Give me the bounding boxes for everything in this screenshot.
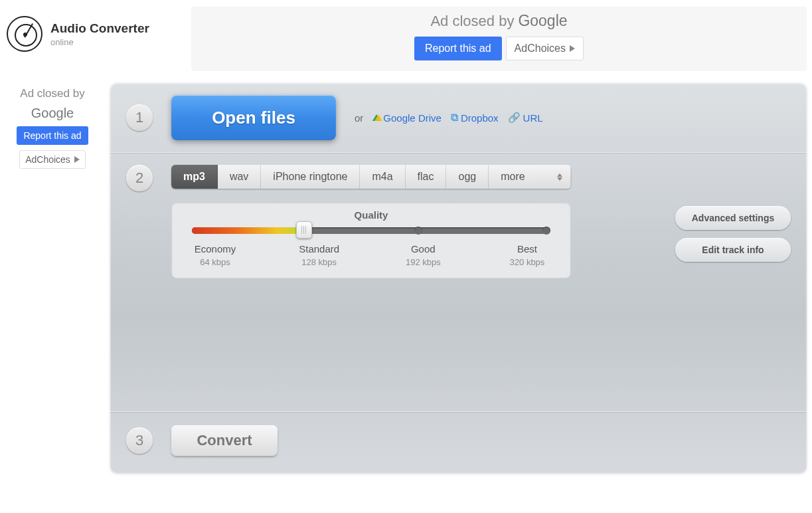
ad-left-closed-text: Ad closed by [20,87,84,100]
adchoices-label: AdChoices [515,43,566,54]
slider-notch-good [414,227,422,235]
ad-top-banner: Ad closed by Google Report this ad AdCho… [191,7,807,71]
format-tab-ogg[interactable]: ogg [446,165,489,189]
adchoices-icon [570,45,575,52]
quality-kbps: 128 kbps [296,257,343,267]
dropbox-link[interactable]: ⧉Dropbox [451,112,499,124]
quality-level-good: Good 192 kbps [400,243,446,267]
dropbox-icon: ⧉ [451,112,458,124]
edit-track-info-button[interactable]: Edit track info [675,238,791,262]
slider-notch-best [542,227,550,235]
url-icon: 🔗 [508,112,521,124]
quality-label: Best [504,243,550,255]
adchoices-left-button[interactable]: AdChoices [19,150,86,169]
quality-title: Quality [192,209,550,221]
sort-icon [557,173,562,181]
format-tab-wav[interactable]: wav [218,165,261,189]
google-logo-text: Google [518,12,567,30]
ad-left-sidebar: Ad closed by Google Report this ad AdCho… [9,83,96,169]
format-tabs: mp3 wav iPhone ringtone m4a flac ogg mor… [171,165,571,189]
slider-fill [192,227,299,234]
adchoices-left-label: AdChoices [25,154,70,165]
step-2-badge: 2 [126,165,153,191]
ad-left-google-text: Google [31,106,74,121]
app-subtitle: online [50,37,149,47]
format-tab-mp3[interactable]: mp3 [171,165,218,189]
format-tab-more[interactable]: more [489,165,571,189]
step-1-row: 1 Open files or Google Drive ⧉Dropbox 🔗U… [110,83,807,153]
format-tab-m4a[interactable]: m4a [360,165,405,189]
quality-kbps: 192 kbps [400,257,446,267]
quality-block: Quality Economy 64 kbps Standard [171,202,571,278]
step-3-badge: 3 [126,427,153,454]
quality-level-economy: Economy 64 kbps [192,243,238,267]
report-ad-left-button[interactable]: Report this ad [17,126,88,145]
quality-kbps: 320 kbps [504,257,550,267]
adchoices-button[interactable]: AdChoices [506,37,584,60]
app-title: Audio Converter [50,21,149,36]
logo-icon [7,16,42,52]
main-panel: 1 Open files or Google Drive ⧉Dropbox 🔗U… [110,83,807,473]
ad-closed-text: Ad closed by [430,13,514,30]
or-text: or [355,112,363,124]
convert-button[interactable]: Convert [171,425,278,456]
step-3-row: 3 Convert [110,412,807,473]
step-1-badge: 1 [126,104,153,131]
adchoices-icon [74,156,80,163]
quality-level-standard: Standard 128 kbps [296,243,343,267]
format-tab-flac[interactable]: flac [406,165,447,189]
google-drive-label: Google Drive [383,112,442,124]
google-drive-icon [372,114,380,121]
dropbox-label: Dropbox [461,112,499,124]
format-tab-iphone-ringtone[interactable]: iPhone ringtone [261,165,360,189]
quality-slider[interactable] [192,227,550,234]
quality-kbps: 64 kbps [192,257,238,267]
open-files-button[interactable]: Open files [171,95,336,140]
url-label: URL [523,112,543,124]
quality-label: Good [400,243,446,255]
url-link[interactable]: 🔗URL [508,112,543,124]
report-ad-button[interactable]: Report this ad [414,37,502,60]
format-more-label: more [501,171,525,183]
step-2-row: 2 mp3 wav iPhone ringtone m4a flac ogg m… [110,153,807,412]
quality-label: Standard [296,243,343,255]
google-drive-link[interactable]: Google Drive [372,112,442,124]
slider-handle[interactable] [296,221,312,239]
quality-label: Economy [192,243,238,255]
advanced-settings-button[interactable]: Advanced settings [675,206,791,230]
quality-level-best: Best 320 kbps [504,243,550,267]
logo-block: Audio Converter online [7,7,186,52]
